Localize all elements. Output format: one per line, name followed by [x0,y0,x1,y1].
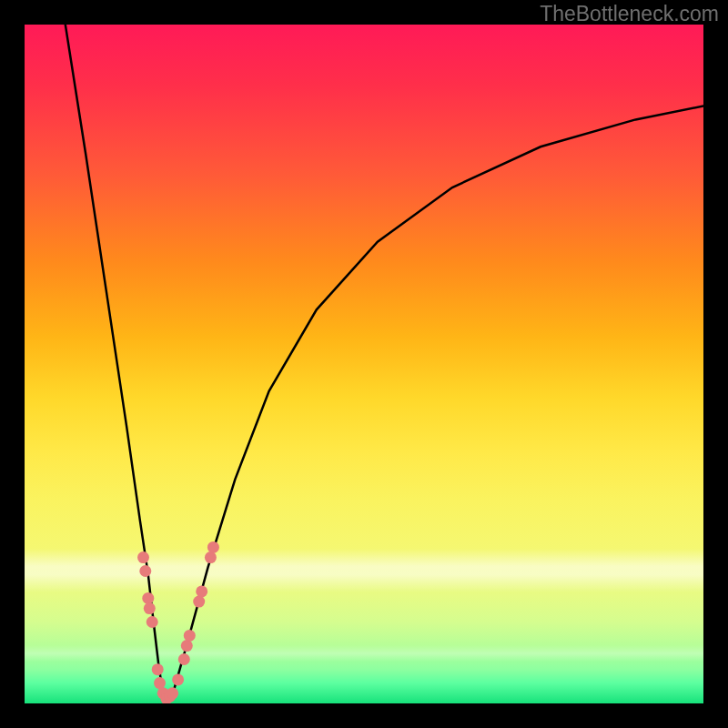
data-marker [142,592,154,604]
data-marker [184,630,196,642]
data-marker [154,677,166,689]
data-marker [144,602,156,614]
data-marker [205,551,217,563]
plot-area [25,25,703,703]
data-marker [137,551,149,563]
bottleneck-curve [25,25,703,703]
data-marker [196,585,207,597]
curve-right-branch [167,106,703,701]
data-marker [207,541,219,553]
data-marker [172,673,184,685]
data-marker [152,663,164,675]
watermark-text: TheBottleneck.com [540,4,719,25]
data-marker [167,687,178,699]
data-marker [193,596,205,608]
chart-frame: TheBottleneck.com [0,0,728,728]
data-marker [178,653,190,665]
data-marker [139,565,151,577]
data-marker [147,616,158,628]
data-marker [181,640,193,652]
